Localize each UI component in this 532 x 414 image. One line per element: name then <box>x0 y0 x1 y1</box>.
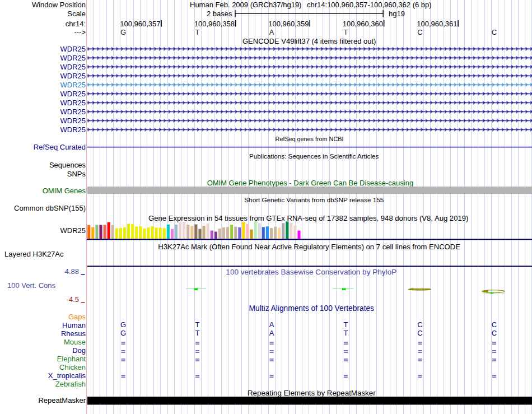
svg-text:C: C <box>417 320 422 329</box>
svg-text:G: G <box>120 320 126 329</box>
svg-text:C: C <box>492 320 497 329</box>
svg-text:A: A <box>269 28 274 36</box>
svg-text:G: G <box>120 329 126 337</box>
svg-text:T: T <box>195 329 200 337</box>
svg-text:T: T <box>195 28 200 36</box>
svg-text:T: T <box>344 320 348 329</box>
svg-text:A: A <box>269 320 274 329</box>
svg-text:A: A <box>269 329 274 337</box>
svg-text:G: G <box>120 28 126 36</box>
svg-text:T: T <box>344 28 348 36</box>
svg-text:C: C <box>417 329 422 337</box>
svg-text:C: C <box>492 329 497 337</box>
svg-text:T: T <box>344 329 348 337</box>
svg-text:C: C <box>417 28 422 36</box>
svg-text:T: T <box>195 320 200 329</box>
svg-text:C: C <box>492 28 497 36</box>
